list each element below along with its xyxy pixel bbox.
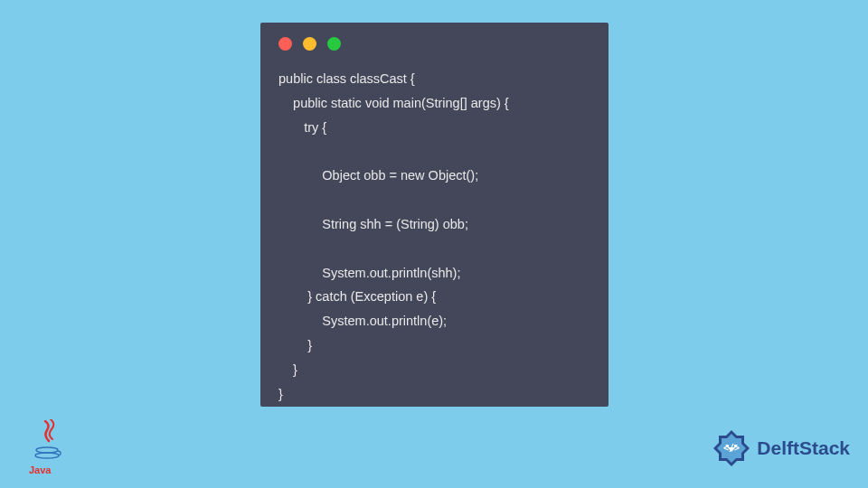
- code-window: public class classCast { public static v…: [260, 23, 609, 407]
- delftstack-icon: </>: [710, 427, 753, 470]
- close-icon: [278, 37, 292, 51]
- svg-point-0: [36, 447, 58, 453]
- java-logo-text: Java: [29, 465, 51, 475]
- svg-point-1: [35, 453, 59, 458]
- maximize-icon: [327, 37, 341, 51]
- code-content: public class classCast { public static v…: [260, 51, 609, 422]
- delftstack-logo-text: DelftStack: [757, 437, 850, 459]
- java-cup-icon: [34, 446, 63, 461]
- java-steam-icon: [38, 419, 60, 445]
- minimize-icon: [303, 37, 316, 51]
- java-logo: Java: [29, 419, 69, 474]
- window-controls: [260, 23, 609, 51]
- delftstack-logo: </> DelftStack: [710, 427, 850, 470]
- svg-text:</>: </>: [723, 443, 740, 453]
